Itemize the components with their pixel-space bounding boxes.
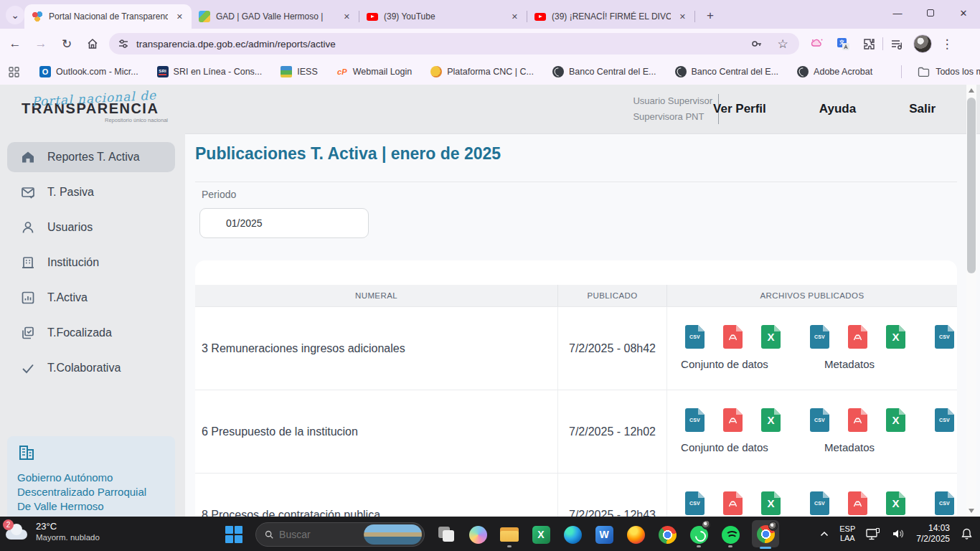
bookmark-item[interactable]: Adobe Acrobat (797, 66, 872, 77)
browser-tab-gad[interactable]: GAD | GAD Valle Hermoso | ✕ (192, 4, 359, 29)
csv-file-icon[interactable]: CSV (685, 491, 705, 515)
xls-file-icon[interactable]: X (761, 408, 781, 432)
window-minimize-button[interactable]: — (881, 0, 914, 26)
entity-card[interactable]: Gobierno Autónomo Descentralizado Parroq… (7, 436, 175, 517)
sidebar-item-t-colaborativa[interactable]: T.Colaborativa (7, 353, 175, 383)
task-view-button[interactable] (436, 522, 456, 547)
whatsapp-button[interactable] (689, 522, 709, 547)
translate-extension-button[interactable] (834, 34, 852, 53)
pdf-file-icon[interactable] (723, 408, 743, 432)
firefox-button[interactable] (626, 522, 646, 547)
weather-extension-button[interactable] (808, 34, 826, 53)
bookmark-star-button[interactable]: ☆ (773, 34, 792, 53)
copilot-button[interactable] (468, 522, 488, 547)
media-controls-button[interactable] (887, 34, 906, 53)
window-close-button[interactable]: ✕ (947, 0, 980, 26)
network-icon[interactable] (866, 528, 881, 540)
bookmark-item[interactable]: IESS (281, 66, 318, 77)
spotify-button[interactable] (720, 522, 740, 547)
url-text[interactable]: transparencia.dpe.gob.ec/admin/reports/a… (136, 39, 740, 50)
search-daily-image[interactable] (364, 524, 422, 545)
sidebar-item-usuarios[interactable]: Usuarios (7, 212, 175, 242)
csv-file-icon[interactable]: CSV (935, 325, 954, 349)
clock[interactable]: 14:03 7/2/2025 (916, 523, 950, 545)
csv-file-icon[interactable]: CSV (935, 408, 954, 432)
extensions-button[interactable] (859, 34, 878, 53)
file-explorer-button[interactable] (499, 522, 519, 547)
all-bookmarks-button[interactable]: Todos los marcadores (891, 65, 980, 78)
bookmark-item[interactable]: Banco Central del E... (552, 66, 656, 77)
site-settings-icon[interactable] (118, 38, 129, 50)
taskbar-weather-widget[interactable]: 2 23°C Mayorm. nublado (6, 521, 100, 542)
search-input[interactable] (279, 529, 358, 540)
tray-chevron-up-icon[interactable] (820, 531, 829, 537)
tab-close-icon[interactable]: ✕ (174, 11, 186, 23)
profile-avatar[interactable] (913, 34, 932, 53)
csv-file-icon[interactable]: CSV (810, 325, 829, 349)
scrollbar-thumb[interactable] (967, 98, 976, 273)
chrome-active-button[interactable] (752, 520, 779, 547)
xls-file-icon[interactable]: X (886, 408, 905, 432)
word-button[interactable]: W (594, 522, 614, 547)
pdf-file-icon[interactable] (848, 325, 867, 349)
browser-menu-button[interactable]: ⋮ (938, 34, 956, 53)
password-manager-button[interactable] (748, 34, 766, 53)
home-button[interactable] (82, 33, 103, 55)
menu-ver-perfil[interactable]: Ver Perfil (713, 102, 766, 116)
apps-grid-button[interactable] (9, 62, 19, 81)
csv-file-icon[interactable]: CSV (810, 491, 829, 515)
bookmark-item[interactable]: SRISRI en Línea - Cons... (157, 66, 263, 77)
language-indicator[interactable]: ESP LAA (839, 524, 855, 543)
xls-file-icon[interactable]: X (886, 491, 905, 515)
reload-button[interactable]: ↻ (56, 33, 77, 55)
menu-salir[interactable]: Salir (909, 102, 936, 116)
csv-file-icon[interactable]: CSV (935, 491, 954, 515)
xls-file-icon[interactable]: X (761, 325, 781, 349)
sidebar-item-t-activa[interactable]: T.Activa (7, 283, 175, 313)
edge-button[interactable] (562, 522, 583, 547)
sidebar-item-t-focalizada[interactable]: T.Focalizada (7, 318, 175, 348)
forward-button[interactable]: → (30, 33, 52, 55)
pdf-file-icon[interactable] (723, 325, 743, 349)
chrome-button[interactable] (657, 522, 677, 547)
bookmark-item[interactable]: OOutlook.com - Micr... (39, 66, 138, 77)
period-input[interactable] (199, 208, 369, 238)
pdf-file-icon[interactable] (848, 408, 867, 432)
pink-cloud-icon (810, 37, 824, 51)
xls-file-icon[interactable]: X (886, 325, 905, 349)
bookmark-item[interactable]: Banco Central del E... (675, 66, 779, 77)
xls-file-icon[interactable]: X (761, 491, 781, 515)
scroll-down-arrow[interactable] (969, 509, 974, 513)
volume-icon[interactable] (892, 528, 905, 540)
csv-file-icon[interactable]: CSV (685, 325, 705, 349)
page-scrollbar[interactable] (966, 85, 976, 517)
notification-bell-icon[interactable] (961, 527, 973, 540)
tab-close-icon[interactable]: ✕ (341, 11, 353, 23)
tab-search-button[interactable]: ⌄ (6, 6, 24, 24)
browser-tab-portal[interactable]: Portal Nacional de Transparenci ✕ (24, 4, 192, 29)
window-maximize-button[interactable] (914, 0, 947, 26)
title-divider (195, 182, 957, 182)
address-bar[interactable]: transparencia.dpe.gob.ec/admin/reports/a… (109, 33, 799, 55)
bookmark-item[interactable]: cPWebmail Login (336, 66, 412, 77)
new-tab-button[interactable]: + (701, 6, 720, 25)
browser-tab-youtube[interactable]: (39) YouTube ✕ (359, 4, 527, 29)
taskbar-search[interactable] (255, 522, 425, 547)
pdf-file-icon[interactable] (723, 491, 743, 515)
site-logo[interactable]: Portal nacional de TRANSPARENCIA Reposit… (22, 90, 187, 123)
scroll-up-arrow[interactable] (969, 88, 974, 93)
tab-close-icon[interactable]: ✕ (509, 11, 521, 23)
menu-ayuda[interactable]: Ayuda (819, 102, 856, 116)
csv-file-icon[interactable]: CSV (810, 408, 829, 432)
sidebar-item-t-pasiva[interactable]: T. Pasiva (7, 177, 175, 207)
pdf-file-icon[interactable] (848, 491, 867, 515)
browser-tab-youtube-video[interactable]: (39) ¡RENACÍ! FIRMÉ EL DIVORC ✕ (527, 4, 694, 29)
sidebar-item-institucion[interactable]: Institución (7, 248, 175, 278)
tab-close-icon[interactable]: ✕ (677, 11, 689, 23)
csv-file-icon[interactable]: CSV (685, 408, 705, 432)
back-button[interactable]: ← (4, 33, 26, 55)
bookmark-item[interactable]: Plataforma CNC | C... (430, 66, 534, 77)
excel-button[interactable]: X (531, 522, 551, 547)
start-button[interactable] (224, 522, 244, 547)
sidebar-item-reportes-t-activa[interactable]: Reportes T. Activa (7, 142, 175, 172)
